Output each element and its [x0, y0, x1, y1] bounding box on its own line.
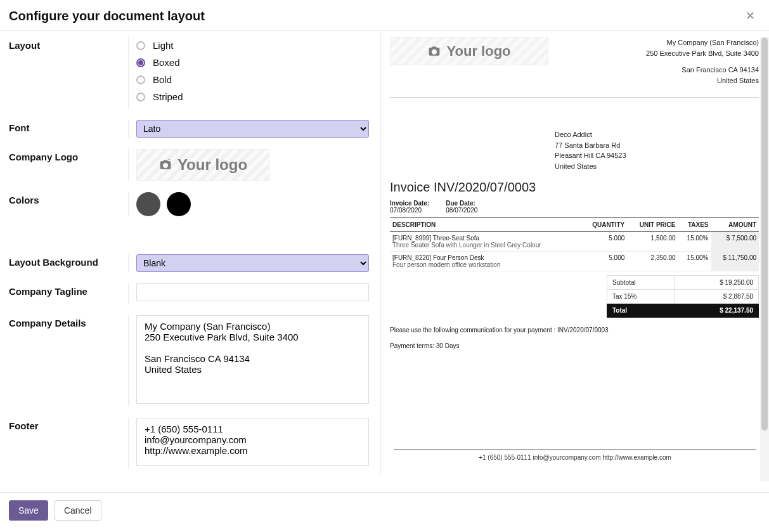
invoice-dates: Invoice Date: 07/08/2020 Due Date: 08/07… — [390, 200, 759, 214]
line-amount: $ 7,500.00 — [711, 232, 759, 252]
footer-input[interactable]: +1 (650) 555-0111 info@yourcompany.com h… — [136, 418, 369, 466]
line-unitp: 1,500.00 — [627, 232, 678, 252]
camera-icon — [427, 45, 441, 58]
dialog-body: Layout Light Boxed Bold — [0, 31, 769, 475]
line-unitp: 2,350.00 — [627, 252, 678, 271]
line-subdesc: Four person modern office workstation — [392, 261, 500, 268]
company-line: 250 Executive Park Blvd, Suite 3400 — [646, 48, 759, 59]
scrollbar[interactable] — [760, 37, 769, 481]
invoice-date-label: Invoice Date: — [390, 200, 429, 207]
save-button[interactable]: Save — [9, 500, 48, 521]
close-icon[interactable]: ✕ — [740, 8, 760, 24]
partner-line: United States — [555, 161, 759, 172]
line-subdesc: Three Seater Sofa with Lounger in Steel … — [392, 242, 541, 249]
col-taxes: TAXES — [678, 218, 711, 232]
company-line: United States — [646, 75, 759, 86]
due-date-label: Due Date: — [446, 200, 475, 207]
label-layout: Layout — [9, 37, 128, 108]
preview-company-address: My Company (San Francisco) 250 Executive… — [646, 37, 759, 86]
dialog-footer: Save Cancel — [0, 492, 769, 532]
label-layout-bg: Layout Background — [9, 254, 128, 272]
label-colors: Colors — [9, 192, 128, 216]
line-amount: $ 11,750.00 — [711, 252, 759, 271]
subtotal-label: Subtotal — [607, 276, 675, 290]
label-company-logo: Company Logo — [9, 149, 128, 181]
partner-line: Pleasant Hill CA 94523 — [555, 150, 759, 161]
line-taxes: 15.00% — [678, 232, 711, 252]
label-font: Font — [9, 120, 128, 138]
scrollbar-thumb[interactable] — [761, 37, 768, 431]
col-unit-price: UNIT PRICE — [627, 218, 678, 232]
preview-logo-text: Your logo — [446, 43, 510, 60]
payment-communication: Please use the following communication f… — [390, 327, 759, 334]
partner-line: Deco Addict — [555, 129, 759, 140]
form-column: Layout Light Boxed Bold — [0, 31, 380, 475]
invoice-totals: Subtotal$ 19,250.00 Tax 15%$ 2,887.50 To… — [607, 275, 759, 318]
preview-logo: Your logo — [390, 37, 548, 65]
preview-footer-text: +1 (650) 555-0111 info@yourcompany.com h… — [479, 454, 671, 461]
radio-icon — [136, 93, 145, 101]
partner-line: 77 Santa Barbara Rd — [555, 140, 759, 151]
radio-icon — [136, 58, 145, 67]
payment-terms: Payment terms: 30 Days — [390, 342, 759, 349]
layout-option-label: Boxed — [153, 57, 180, 68]
invoice-lines-table: DESCRIPTION QUANTITY UNIT PRICE TAXES AM… — [390, 217, 759, 271]
subtotal-value: $ 19,250.00 — [674, 276, 758, 290]
due-date-value: 08/07/2020 — [446, 207, 477, 214]
label-tagline: Company Tagline — [9, 283, 128, 304]
line-taxes: 15.00% — [678, 252, 711, 271]
dialog-title: Configure your document layout — [9, 9, 205, 23]
layout-option-label: Bold — [153, 74, 172, 85]
label-footer: Footer — [9, 418, 128, 469]
table-row: [FURN_8220] Four Person DeskFour person … — [390, 252, 759, 271]
tagline-input[interactable] — [136, 283, 369, 301]
layout-option-light[interactable]: Light — [136, 40, 369, 51]
tax-value: $ 2,887.50 — [674, 290, 758, 304]
color-swatch-1[interactable] — [136, 192, 160, 216]
cancel-button[interactable]: Cancel — [55, 500, 101, 521]
line-qty: 5.000 — [581, 232, 627, 252]
label-details: Company Details — [9, 315, 128, 406]
col-quantity: QUANTITY — [581, 218, 627, 232]
preview-footer: +1 (650) 555-0111 info@yourcompany.com h… — [394, 450, 756, 461]
line-qty: 5.000 — [581, 252, 627, 271]
col-description: DESCRIPTION — [390, 218, 581, 232]
layout-option-striped[interactable]: Striped — [136, 91, 369, 102]
dialog-header: Configure your document layout ✕ — [0, 0, 769, 30]
radio-icon — [136, 75, 145, 84]
radio-icon — [136, 41, 145, 50]
layout-option-label: Striped — [153, 91, 183, 102]
company-details-input[interactable]: My Company (San Francisco) 250 Executive… — [136, 315, 369, 404]
layout-option-bold[interactable]: Bold — [136, 74, 369, 85]
preview-partner-address: Deco Addict 77 Santa Barbara Rd Pleasant… — [555, 129, 759, 171]
layout-option-boxed[interactable]: Boxed — [136, 57, 369, 68]
font-select[interactable]: Lato — [136, 120, 369, 138]
total-value: $ 22,137.50 — [674, 304, 758, 318]
camera-icon — [158, 159, 172, 171]
preview-pane: Your logo My Company (San Francisco) 250… — [380, 31, 769, 475]
layout-bg-select[interactable]: Blank — [136, 254, 369, 272]
line-desc: [FURN_8220] Four Person Desk — [392, 254, 484, 261]
table-row: [FURN_8999] Three-Seat SofaThree Seater … — [390, 232, 759, 252]
configure-layout-dialog: Configure your document layout ✕ Layout … — [0, 0, 769, 532]
logo-placeholder-text: Your logo — [178, 156, 247, 174]
layout-option-label: Light — [153, 40, 174, 51]
invoice-date-value: 07/08/2020 — [390, 207, 422, 214]
total-label: Total — [607, 304, 675, 318]
line-desc: [FURN_8999] Three-Seat Sofa — [392, 235, 479, 242]
color-swatch-2[interactable] — [167, 192, 191, 216]
logo-upload[interactable]: Your logo — [136, 149, 269, 181]
company-line: San Francisco CA 94134 — [646, 65, 759, 75]
col-amount: AMOUNT — [711, 218, 759, 232]
company-line: My Company (San Francisco) — [646, 37, 759, 48]
invoice-title: Invoice INV/2020/07/0003 — [390, 180, 759, 195]
tax-label: Tax 15% — [607, 290, 675, 304]
